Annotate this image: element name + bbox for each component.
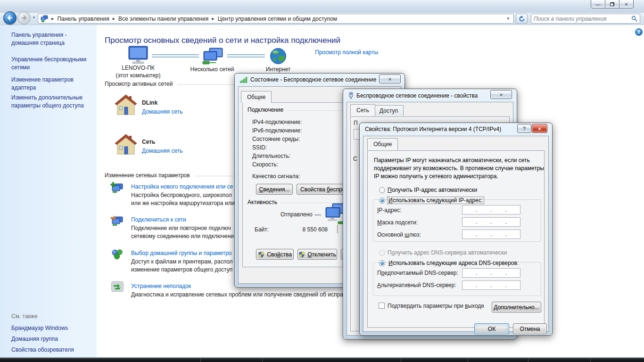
radio-auto-dns — [379, 250, 385, 256]
ipv4-dialog-body: Общие Параметры IP могут назначаться авт… — [363, 136, 549, 332]
details-button[interactable]: Сведения... — [256, 184, 293, 195]
ip-dot: . — [490, 219, 492, 225]
row-signal-quality: Качество сигнала: — [252, 173, 300, 180]
refresh-button[interactable] — [516, 14, 528, 24]
radio-manual-ip-text: Использовать следующий IP-адрес: — [388, 197, 483, 204]
breadcrumb-all-items[interactable]: Все элементы панели управления — [118, 16, 208, 22]
this-computer-icon[interactable] — [126, 46, 150, 66]
preferred-dns-text: Предпочитаемый DNS-сервер: — [377, 270, 458, 276]
breadcrumb-separator: ▶ — [212, 17, 214, 21]
network-icon — [41, 15, 48, 23]
ip-dot: . — [490, 206, 492, 213]
radio-auto-ip[interactable] — [379, 187, 385, 193]
sidebar-item-homegroup[interactable]: Домашняя группа — [11, 335, 92, 343]
task-new-connection[interactable]: Настройка нового подключения или се — [131, 183, 233, 190]
close-button[interactable]: × — [619, 0, 634, 8]
home-network-icon — [115, 133, 137, 155]
subnet-mask-text: Маска подсети: — [377, 219, 418, 226]
radio-manual-dns-label[interactable]: Использовать следующие адреса DNS-сервер… — [388, 260, 520, 266]
radio-manual-dns-text: Использовать следующие адреса DNS-сервер… — [388, 260, 519, 266]
gateway-input[interactable]: ... — [462, 230, 520, 239]
breadcrumb-separator: ▶ — [113, 17, 115, 21]
signal-bars-icon — [240, 76, 248, 83]
task-homegroup[interactable]: Выбор домашней группы и параметро — [131, 250, 232, 256]
cancel-button-label: Отмена — [520, 326, 540, 332]
validate-settings-checkbox[interactable] — [379, 303, 385, 309]
close-icon: × — [388, 76, 391, 82]
sidebar-item-firewall[interactable]: Брандмауэр Windows — [11, 324, 92, 332]
settings-section-label: Изменение сетевых параметров — [105, 172, 190, 179]
task-troubleshoot[interactable]: Устранение неполадок — [131, 283, 191, 289]
status-close-button[interactable]: × — [379, 74, 401, 83]
task-homegroup-desc: Доступ к файлам и принтерам, распол — [131, 258, 233, 265]
recent-pages-dropdown[interactable]: ▼ — [32, 16, 36, 20]
task-connect-network[interactable]: Подключиться к сети — [131, 216, 186, 223]
row-duration: Длительность: — [252, 153, 290, 159]
breadcrumb-network-center[interactable]: Центр управления сетями и общим доступом — [218, 16, 338, 22]
cancel-button[interactable]: Отмена — [513, 323, 547, 334]
sidebar-item-internet-options[interactable]: Свойства обозревателя — [11, 346, 92, 354]
ipv4-help-button[interactable]: ? — [517, 124, 531, 133]
help-icon[interactable]: ? — [635, 28, 643, 36]
adapter-fragment-label: С — [353, 156, 357, 162]
disable-button[interactable]: Отключить — [297, 249, 337, 260]
forward-button[interactable] — [17, 11, 31, 25]
ok-button[interactable]: ОК — [474, 323, 509, 334]
restore-icon — [610, 2, 614, 6]
restore-button[interactable] — [605, 0, 619, 8]
ip-address-input[interactable]: ... — [462, 205, 520, 214]
subnet-mask-input[interactable]: ... — [462, 217, 520, 227]
task-homegroup-desc: изменение параметров общего доступ — [131, 266, 232, 273]
tab-general-status[interactable]: Общие — [241, 91, 272, 103]
adapter-fragment-label: П — [354, 120, 358, 126]
row-ipv4-connectivity: IPv4-подключение: — [252, 119, 302, 125]
breadcrumb-separator: ▶ — [51, 17, 54, 21]
map-node-networks-label: Несколько сетей — [189, 66, 236, 73]
search-box[interactable] — [531, 14, 640, 24]
window-controls: — × — [591, 0, 634, 8]
tab-network[interactable]: Сеть — [350, 104, 375, 116]
radio-auto-ip-label[interactable]: Получить IP-адрес автоматически — [388, 187, 477, 193]
sidebar-item-home[interactable]: Панель управления - домашняя страница — [11, 31, 92, 47]
row-ssid: SSID: — [252, 144, 267, 151]
new-connection-icon — [110, 182, 124, 193]
back-button[interactable] — [3, 11, 17, 25]
address-bar[interactable]: ▶ Панель управления ▶ Все элементы панел… — [38, 14, 514, 24]
ip-dot: . — [490, 282, 492, 288]
advanced-button[interactable]: Дополнительно... — [492, 302, 541, 313]
tab-access[interactable]: Доступ — [374, 105, 404, 115]
radio-manual-dns[interactable] — [379, 260, 385, 266]
sidebar-item-manage-wireless[interactable]: Управление беспроводными сетями — [11, 56, 92, 72]
multiple-networks-icon[interactable] — [202, 48, 223, 66]
ip-dot: . — [476, 206, 477, 213]
ipv4-close-button[interactable]: × — [532, 124, 547, 133]
sidebar-item-sharing-settings[interactable]: Изменить дополнительные параметры общего… — [11, 94, 92, 110]
tab-access-label: Доступ — [380, 107, 398, 114]
breadcrumb-control-panel[interactable]: Панель управления — [57, 16, 109, 22]
details-button-label: Сведения... — [259, 186, 290, 193]
connection-properties-label: Свойства — [267, 251, 292, 258]
uac-shield-icon — [258, 251, 264, 258]
adapter-close-button[interactable]: × — [490, 90, 512, 99]
tab-general-ipv4[interactable]: Общие — [367, 138, 398, 150]
internet-globe-icon[interactable] — [270, 48, 287, 65]
radio-auto-dns-text: Получить адрес DNS-сервера автоматически — [388, 249, 507, 256]
sidebar-item-adapter-settings[interactable]: Изменение параметров адаптера — [11, 76, 92, 92]
status-dialog-title: Состояние - Беспроводное сетевое соедине… — [240, 76, 376, 83]
preferred-dns-input[interactable]: ... — [462, 268, 520, 278]
taskbar-edge[interactable] — [0, 357, 644, 362]
map-node-internet-label: Интернет — [255, 66, 302, 73]
network-type-link[interactable]: Домашняя сеть — [142, 148, 182, 154]
full-map-link[interactable]: Просмотр полной карты — [315, 49, 378, 56]
alternate-dns-input[interactable]: ... — [462, 280, 520, 290]
radio-manual-ip[interactable] — [379, 197, 385, 204]
address-dropdown-icon[interactable]: ▼ — [506, 16, 510, 21]
network-type-link[interactable]: Домашняя сеть — [142, 108, 182, 115]
minimize-button[interactable]: — — [591, 0, 605, 8]
radio-manual-ip-label[interactable]: Использовать следующий IP-адрес: — [388, 197, 484, 204]
task-connect-network-desc: Подключение или повторное подключ — [131, 225, 231, 231]
validate-settings-label[interactable]: Подтвердить параметры при выходе — [388, 303, 484, 309]
connection-properties-button[interactable]: Свойства — [256, 249, 294, 260]
preferred-dns-label: Предпочитаемый DNS-сервер: — [377, 270, 458, 276]
search-input[interactable] — [534, 16, 631, 22]
